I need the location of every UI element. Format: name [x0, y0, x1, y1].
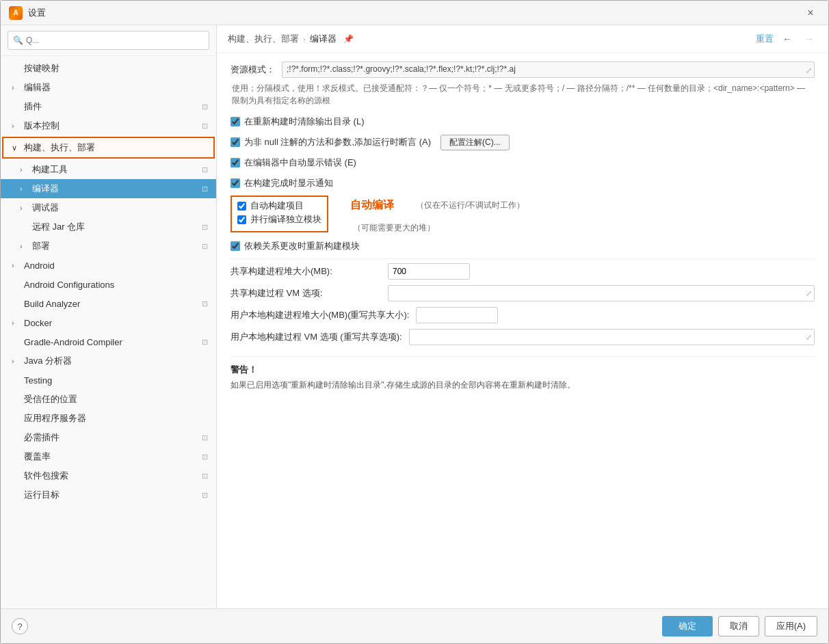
cancel-button[interactable]: 取消 [718, 616, 759, 636]
sidebar-item-label: Build Analyzer [24, 299, 80, 309]
sidebar-item-testing[interactable]: Testing [1, 371, 216, 390]
sidebar-item-label: 编辑器 [24, 81, 51, 94]
warning-text: 如果已启用选项"重新构建时清除输出目录",存储生成源的目录的全部内容将在重新构建… [231, 379, 815, 392]
title-bar: A 设置 × [1, 1, 828, 25]
sidebar-item-plugins[interactable]: 插件 ⊡ [1, 97, 216, 116]
local-heap-row: 用户本地构建进程堆大小(MB)(重写共享大小): [231, 307, 815, 323]
resource-label: 资源模式： [231, 62, 275, 76]
warning-title: 警告！ [231, 364, 815, 376]
breadcrumb-current: 编译器 [310, 33, 337, 45]
apply-button[interactable]: 应用(A) [765, 616, 817, 636]
nav-back-button[interactable]: ← [779, 31, 795, 47]
sidebar-item-coverage[interactable]: 覆盖率 ⊡ [1, 447, 216, 466]
auto-build-notes: 自动编译 （仅在不运行/不调试时工作） （可能需要更大的堆） [339, 196, 525, 234]
sidebar-item-required-plugins[interactable]: 必需插件 ⊡ [1, 428, 216, 447]
auto-build-project-row: 自动构建项目 [237, 200, 321, 212]
sidebar-item-label: 插件 [24, 100, 42, 113]
local-heap-label: 用户本地构建进程堆大小(MB)(重写共享大小): [231, 309, 409, 321]
checkbox-clear-output[interactable] [231, 117, 240, 126]
sidebar-item-android-configurations[interactable]: Android Configurations [1, 275, 216, 294]
sidebar-item-vcs[interactable]: › 版本控制 ⊡ [1, 116, 216, 135]
shared-heap-input[interactable] [388, 263, 470, 280]
expand-arrow: › [20, 242, 29, 250]
panel-content: 资源模式： ;!?*.form;!?*.class;!?*.groovy;!?*… [217, 53, 828, 608]
footer: ? 确定 取消 应用(A) [1, 608, 828, 643]
settings-icon: ⊡ [202, 338, 208, 347]
warning-section: 警告！ 如果已启用选项"重新构建时清除输出目录",存储生成源的目录的全部内容将在… [231, 356, 815, 399]
help-button[interactable]: ? [12, 618, 28, 634]
sidebar-item-label: 编译器 [32, 183, 59, 195]
checkbox-auto-build[interactable] [237, 202, 246, 211]
expand-arrow: ∨ [12, 144, 21, 152]
shared-vm-input[interactable] [388, 285, 815, 301]
expand-arrow: › [12, 83, 21, 92]
sidebar-item-label: 部署 [32, 240, 50, 252]
sidebar-item-label: Gradle-Android Compiler [24, 337, 122, 347]
check-label-null-annotation: 为非 null 注解的方法和参数,添加运行时断言 (A) [244, 136, 431, 148]
check-label-show-notify: 在构建完成时显示通知 [244, 177, 333, 189]
sidebar-item-editor[interactable]: › 编辑器 [1, 78, 216, 97]
breadcrumb: 构建、执行、部署 › 编译器 📌 [228, 33, 354, 45]
sidebar-item-label: Java 分析器 [24, 355, 72, 367]
expand-arrow: › [20, 185, 29, 193]
expand-arrow: › [12, 357, 21, 365]
settings-icon: ⊡ [202, 472, 208, 481]
sidebar-item-label: 构建工具 [32, 163, 68, 176]
local-heap-input[interactable] [416, 307, 498, 323]
shared-heap-row: 共享构建进程堆大小(MB): [231, 263, 815, 280]
sidebar-item-java-analyzer[interactable]: › Java 分析器 [1, 351, 216, 371]
sidebar-item-debugger[interactable]: › 调试器 [1, 198, 216, 217]
checkbox-null-annotation[interactable] [231, 137, 240, 147]
local-vm-input[interactable] [409, 329, 815, 345]
checkbox-show-notify[interactable] [231, 178, 240, 188]
sync-icon: ⊡ [202, 103, 208, 111]
check-label-show-errors: 在编辑器中自动显示错误 (E) [244, 157, 356, 169]
check-label-parallel-compile: 并行编译独立模块 [250, 213, 321, 226]
settings-icon: ⊡ [202, 299, 208, 308]
sidebar-item-trusted-locations[interactable]: 受信任的位置 [1, 390, 216, 409]
expand-icon: ⤢ [806, 289, 812, 298]
checkbox-parallel-compile[interactable] [237, 215, 246, 224]
auto-build-box: 自动构建项目 并行编译独立模块 [231, 196, 328, 232]
reset-button[interactable]: 重置 [756, 33, 774, 45]
nav-forward-button[interactable]: → [801, 31, 817, 47]
auto-build-note: （仅在不运行/不调试时工作） [416, 200, 525, 211]
footer-right: 确定 取消 应用(A) [662, 616, 817, 636]
sidebar-item-label: 调试器 [32, 202, 59, 214]
expand-arrow: › [12, 261, 21, 269]
resource-value-box[interactable]: ;!?*.form;!?*.class;!?*.groovy;!?*.scala… [282, 62, 815, 78]
expand-icon2: ⤢ [806, 333, 812, 342]
search-box: 🔍 [1, 25, 216, 56]
check-show-notify: 在构建完成时显示通知 [231, 175, 815, 191]
ok-button[interactable]: 确定 [662, 616, 713, 636]
sidebar-item-compiler[interactable]: › 编译器 ⊡ [1, 179, 216, 198]
search-input[interactable] [8, 31, 209, 50]
checkbox-dep-rebuild[interactable] [231, 241, 240, 251]
sidebar-item-deploy[interactable]: › 部署 ⊡ [1, 237, 216, 256]
sidebar-item-gradle-android-compiler[interactable]: Gradle-Android Compiler ⊡ [1, 332, 216, 351]
sidebar-item-build-exec-deploy[interactable]: ∨ 构建、执行、部署 [2, 137, 215, 159]
sidebar-item-label: Testing [24, 375, 52, 386]
sidebar-item-app-server[interactable]: 应用程序服务器 [1, 409, 216, 428]
sidebar-item-pkg-search[interactable]: 软件包搜索 ⊡ [1, 466, 216, 485]
settings-icon: ⊡ [202, 491, 208, 500]
sidebar-item-label: 软件包搜索 [24, 470, 68, 482]
sidebar-item-label: Docker [24, 318, 52, 328]
app-icon: A [9, 6, 23, 20]
sidebar-item-label: Android Configurations [24, 280, 114, 290]
config-annotation-button[interactable]: 配置注解(C)... [440, 135, 510, 150]
close-button[interactable]: × [801, 3, 820, 23]
checkbox-show-errors[interactable] [231, 158, 240, 167]
sidebar-item-build-analyzer[interactable]: Build Analyzer ⊡ [1, 294, 216, 313]
sidebar-item-build-tools[interactable]: › 构建工具 ⊡ [1, 160, 216, 179]
expand-arrow: › [20, 204, 29, 212]
sidebar-item-android[interactable]: › Android [1, 256, 216, 275]
sidebar-item-run-target[interactable]: 运行目标 ⊡ [1, 485, 216, 505]
breadcrumb-separator: › [303, 35, 306, 43]
sidebar-item-remote-jar[interactable]: 远程 Jar 仓库 ⊡ [1, 217, 216, 237]
sidebar-item-docker[interactable]: › Docker [1, 313, 216, 332]
expand-arrow: › [20, 165, 29, 174]
local-vm-label: 用户本地构建过程 VM 选项 (重写共享选项): [231, 331, 402, 343]
sidebar-item-keyboard[interactable]: 按键映射 [1, 59, 216, 78]
parallel-note-row: （可能需要更大的堆） [339, 222, 525, 234]
